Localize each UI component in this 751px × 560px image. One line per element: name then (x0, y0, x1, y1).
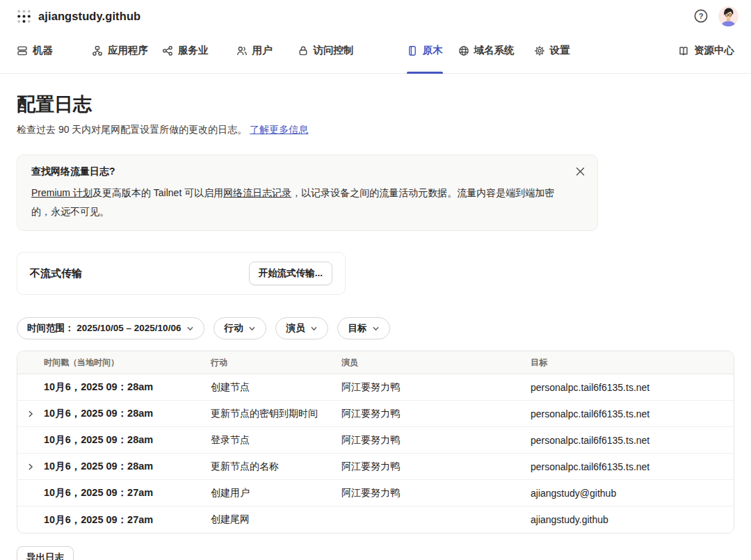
nav-logs[interactable]: 原木 (407, 28, 443, 73)
cell-actor: 阿江要努力鸭 (341, 487, 531, 499)
nav-services[interactable]: 服务业 (162, 28, 209, 73)
cell-target: personalpc.tail6f6135.ts.net (531, 435, 734, 446)
log-table-row[interactable]: 10月6，2025 09：28am 登录节点 阿江要努力鸭 personalpc… (17, 427, 734, 454)
time-range-filter[interactable]: 时间范围： 2025/10/05 – 2025/10/06 (17, 317, 204, 339)
log-table-row[interactable]: 10月6，2025 09：27am 创建用户 阿江要努力鸭 ajiangstud… (17, 480, 734, 506)
time-range-filter-label: 时间范围： 2025/10/05 – 2025/10/06 (27, 322, 181, 335)
nav-settings-label: 设置 (550, 44, 570, 57)
close-icon (576, 167, 585, 176)
cell-action: 创建用户 (211, 487, 341, 499)
cell-target: ajiangstudy.github (531, 514, 734, 525)
nav-dns[interactable]: 域名系统 (458, 28, 515, 73)
log-table-row[interactable]: 10月6，2025 09：27am 创建尾网 ajiangstudy.githu… (17, 506, 734, 533)
chevron-down-icon (186, 325, 194, 333)
topbar-actions: ? (693, 6, 738, 26)
top-header: ajiangstudy.github ? (0, 0, 751, 28)
nav-machines[interactable]: 机器 (17, 28, 53, 73)
log-table-row[interactable]: 10月6，2025 09：28am 创建节点 阿江要努力鸭 personalpc… (17, 374, 734, 401)
page-title: 配置日志 (17, 92, 734, 117)
cell-target: ajiangstudy@github (531, 488, 734, 499)
nav-apps[interactable]: 应用程序 (92, 28, 148, 73)
log-table-body: 10月6，2025 09：28am 创建节点 阿江要努力鸭 personalpc… (17, 374, 734, 533)
nav-resource-center[interactable]: 资源中心 (678, 28, 734, 73)
main-content: 配置日志 检查过去 90 天内对尾网配置设置所做的更改的日志。 了解更多信息 查… (0, 92, 751, 560)
banner-text-2: 及更高版本的 Tailnet 可以启用 (92, 187, 223, 198)
nav-services-label: 服务业 (178, 44, 209, 57)
cell-actor: 阿江要努力鸭 (341, 434, 531, 447)
premium-plan-link[interactable]: Premium 计划 (31, 187, 92, 198)
flow-logs-banner: 查找网络流量日志? Premium 计划及更高版本的 Tailnet 可以启用网… (17, 154, 598, 231)
column-actor: 演员 (341, 357, 531, 369)
nav-dns-label: 域名系统 (474, 44, 515, 57)
cell-timestamp: 10月6，2025 09：28am (44, 460, 211, 473)
banner-close-button[interactable] (573, 164, 588, 179)
cell-target: personalpc.tail6f6135.ts.net (531, 382, 734, 393)
lock-icon (298, 45, 309, 56)
learn-more-link[interactable]: 了解更多信息 (250, 124, 308, 135)
target-filter[interactable]: 目标 (337, 317, 390, 339)
cell-actor: 阿江要努力鸭 (341, 381, 531, 394)
cell-action: 更新节点的密钥到期时间 (211, 408, 341, 420)
start-streaming-button[interactable]: 开始流式传输... (249, 262, 332, 285)
main-nav: 机器 应用程序 服务业 用户 访问控制 原木 域名系统 (0, 28, 751, 74)
avatar-illustration-icon (718, 6, 738, 26)
cell-action: 更新节点的名称 (211, 461, 341, 473)
tailscale-logo-icon (17, 9, 31, 24)
help-icon: ? (693, 8, 709, 24)
network-flow-logs-link[interactable]: 网络流日志记录 (223, 187, 291, 198)
cell-target: personalpc.tail6f6135.ts.net (531, 408, 734, 419)
cell-timestamp: 10月6，2025 09：28am (44, 381, 211, 394)
page-description: 检查过去 90 天内对尾网配置设置所做的更改的日志。 了解更多信息 (17, 124, 734, 136)
nav-access-controls-label: 访问控制 (314, 44, 354, 57)
page-description-text: 检查过去 90 天内对尾网配置设置所做的更改的日志。 (17, 124, 247, 135)
action-filter-label: 行动 (224, 322, 243, 335)
org-switcher[interactable]: ajiangstudy.github (17, 9, 140, 24)
log-table-row[interactable]: 10月6，2025 09：28am 更新节点的名称 阿江要努力鸭 persona… (17, 454, 734, 480)
cell-action: 创建尾网 (211, 513, 341, 526)
org-name: ajiangstudy.github (38, 10, 140, 23)
apps-icon (92, 45, 103, 56)
cell-actor: 阿江要努力鸭 (341, 461, 531, 473)
user-avatar[interactable] (718, 6, 738, 26)
cell-timestamp: 10月6，2025 09：27am (44, 513, 211, 527)
globe-icon (458, 45, 469, 56)
cell-action: 创建节点 (211, 381, 341, 394)
cell-actor: 阿江要努力鸭 (341, 408, 531, 420)
log-book-icon (407, 45, 418, 56)
nav-logs-label: 原木 (423, 44, 443, 57)
help-button[interactable]: ? (693, 8, 709, 24)
action-filter[interactable]: 行动 (213, 317, 266, 339)
gear-icon (534, 45, 545, 56)
server-icon (17, 45, 28, 56)
cell-timestamp: 10月6，2025 09：28am (44, 433, 211, 447)
svg-text:?: ? (699, 12, 704, 20)
column-timestamp: 时间戳（当地时间） (44, 357, 211, 369)
streaming-status: 不流式传输 (30, 267, 82, 280)
banner-title: 查找网络流量日志? (31, 166, 583, 178)
filter-bar: 时间范围： 2025/10/05 – 2025/10/06 行动 演员 目标 (17, 317, 734, 339)
nav-apps-label: 应用程序 (108, 44, 148, 57)
nav-access-controls[interactable]: 访问控制 (298, 28, 354, 73)
nav-settings[interactable]: 设置 (534, 28, 570, 73)
column-action: 行动 (211, 357, 341, 369)
open-book-icon (678, 45, 689, 56)
cell-timestamp: 10月6，2025 09：28am (44, 407, 211, 420)
expand-chevron-icon[interactable] (26, 410, 35, 418)
share-icon (162, 45, 173, 56)
cell-action: 登录节点 (211, 434, 341, 447)
nav-users[interactable]: 用户 (236, 28, 273, 73)
banner-body: Premium 计划及更高版本的 Tailnet 可以启用网络流日志记录，以记录… (31, 184, 574, 221)
log-table: 时间戳（当地时间） 行动 演员 目标 10月6，2025 09：28am 创建节… (17, 351, 734, 534)
nav-resource-center-label: 资源中心 (694, 44, 734, 57)
log-table-header: 时间戳（当地时间） 行动 演员 目标 (17, 351, 734, 374)
chevron-down-icon (310, 325, 318, 333)
export-logs-button[interactable]: 导出日志 (17, 546, 74, 560)
actor-filter[interactable]: 演员 (275, 317, 328, 339)
chevron-down-icon (248, 325, 256, 333)
expand-chevron-icon[interactable] (26, 463, 35, 471)
column-target: 目标 (531, 357, 734, 369)
cell-timestamp: 10月6，2025 09：27am (44, 486, 211, 499)
streaming-card: 不流式传输 开始流式传输... (17, 252, 346, 295)
log-table-row[interactable]: 10月6，2025 09：28am 更新节点的密钥到期时间 阿江要努力鸭 per… (17, 401, 734, 427)
target-filter-label: 目标 (348, 322, 366, 335)
